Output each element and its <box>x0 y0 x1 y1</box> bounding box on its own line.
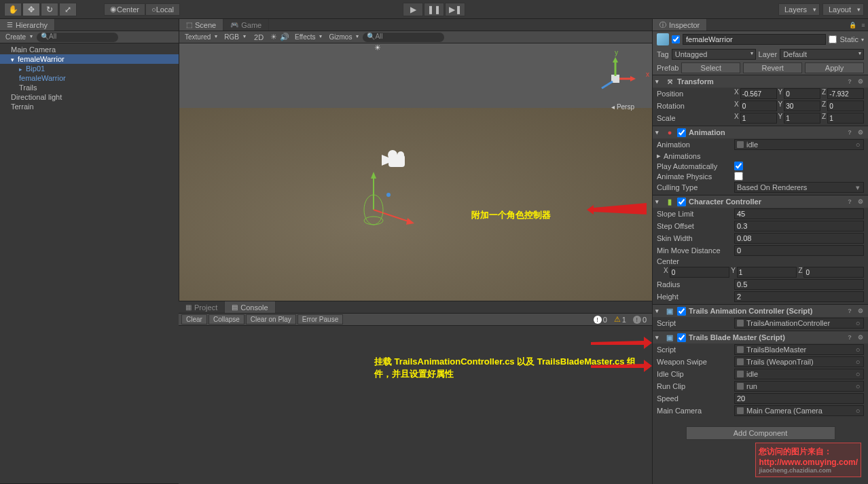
lock-icon[interactable]: 🔒 <box>848 20 857 30</box>
scene-search[interactable]: 🔍All <box>363 33 444 42</box>
project-tab[interactable]: ▦Project <box>179 301 225 313</box>
anim-physics-checkbox[interactable] <box>734 172 743 181</box>
hierarchy-tab[interactable]: ☰Hierarchy <box>0 19 55 31</box>
scl-z[interactable]: 1 <box>827 113 864 124</box>
gear-icon[interactable]: ⚙ <box>856 128 865 137</box>
tbm-enabled[interactable] <box>677 333 686 342</box>
create-dropdown[interactable]: Create <box>3 33 34 41</box>
scl-y[interactable]: 1 <box>784 113 820 124</box>
minmove-field[interactable]: 0 <box>734 245 864 256</box>
gear-icon[interactable]: ⚙ <box>856 77 865 86</box>
fold-icon[interactable]: ▸ <box>657 151 661 160</box>
play-button[interactable]: ▶ <box>403 3 423 16</box>
hierarchy-item[interactable]: Directional light <box>0 92 179 102</box>
anim-field[interactable]: idle○ <box>734 139 864 150</box>
hand-tool[interactable]: ✋ <box>4 3 22 16</box>
info-count[interactable]: !0 <box>591 315 610 324</box>
cc-enabled[interactable] <box>677 198 686 206</box>
skin-field[interactable]: 0.08 <box>734 233 864 244</box>
move-tool[interactable]: ✥ <box>22 3 40 16</box>
scl-x[interactable]: 1 <box>740 113 777 124</box>
pos-y[interactable]: 0 <box>784 88 820 99</box>
gizmos-dropdown[interactable]: Gizmos <box>326 33 360 41</box>
inspector-tab[interactable]: ⓘInspector <box>653 19 707 31</box>
script-field[interactable]: TrailsBladeMaster○ <box>734 344 864 355</box>
fold-icon[interactable]: ▾ <box>655 308 662 314</box>
step-button[interactable]: ▶❚ <box>445 3 465 16</box>
layout-dropdown[interactable]: Layout <box>822 3 864 16</box>
object-name-field[interactable] <box>683 34 826 45</box>
light-toggle[interactable]: ☀ <box>270 33 277 41</box>
space-toggle[interactable]: ○ Local <box>145 3 180 16</box>
layers-dropdown[interactable]: Layers <box>778 3 820 16</box>
clear-button[interactable]: Clear <box>181 314 207 324</box>
radius-field[interactable]: 0.5 <box>734 279 864 290</box>
run-field[interactable]: run○ <box>734 381 864 392</box>
active-checkbox[interactable] <box>672 35 680 43</box>
hierarchy-item[interactable]: ▸Bip01 <box>0 64 179 73</box>
center-z[interactable]: 0 <box>803 267 864 278</box>
pivot-toggle[interactable]: ◉ Center <box>104 3 145 16</box>
hierarchy-item[interactable]: Trails <box>0 83 179 92</box>
effects-dropdown[interactable]: Effects <box>292 33 323 41</box>
fold-icon[interactable]: ▾ <box>655 198 662 205</box>
collapse-button[interactable]: Collapse <box>209 314 245 324</box>
gear-icon[interactable]: ⚙ <box>856 333 865 342</box>
gear-icon[interactable]: ⚙ <box>856 306 865 316</box>
weapon-field[interactable]: Trails (WeaponTrail)○ <box>734 356 864 367</box>
gear-icon[interactable]: ⚙ <box>856 197 865 206</box>
console-tab[interactable]: ▤Console <box>225 301 275 313</box>
gameobject-icon[interactable] <box>657 33 669 45</box>
camera-field[interactable]: Main Camera (Camera○ <box>734 405 864 416</box>
anim-enabled[interactable] <box>677 128 686 137</box>
rotate-tool[interactable]: ↻ <box>41 3 58 16</box>
center-x[interactable]: 0 <box>670 267 730 278</box>
pos-z[interactable]: -7.932 <box>827 88 864 99</box>
scene-tab[interactable]: ⬚Scene <box>179 19 223 31</box>
hierarchy-item[interactable]: Terrain <box>0 102 179 111</box>
render-mode[interactable]: RGB <box>221 33 247 41</box>
hierarchy-search[interactable]: 🔍All <box>37 33 118 42</box>
help-icon[interactable]: ? <box>845 128 854 137</box>
2d-toggle[interactable]: 2D <box>250 33 268 41</box>
clear-on-play-button[interactable]: Clear on Play <box>246 314 296 324</box>
transform-gizmo[interactable] <box>363 169 417 237</box>
height-field[interactable]: 2 <box>734 291 864 302</box>
warn-count[interactable]: ⚠1 <box>611 314 629 324</box>
scene-view[interactable]: ◂ Persp y x ☀ <box>179 43 652 301</box>
rot-y[interactable]: 30 <box>784 100 820 111</box>
hierarchy-item[interactable]: femaleWarrior <box>0 73 179 83</box>
menu-icon[interactable]: ≡ <box>858 20 868 30</box>
center-y[interactable]: 1 <box>737 267 797 278</box>
game-tab[interactable]: 🎮Game <box>223 19 269 31</box>
help-icon[interactable]: ? <box>845 333 854 342</box>
draw-mode[interactable]: Textured <box>182 33 219 41</box>
static-checkbox[interactable] <box>829 35 837 43</box>
scale-tool[interactable]: ⤢ <box>59 3 77 16</box>
rot-x[interactable]: 0 <box>740 100 777 111</box>
step-field[interactable]: 0.3 <box>734 221 864 231</box>
error-pause-button[interactable]: Error Pause <box>297 314 343 324</box>
select-button[interactable]: Select <box>681 62 740 73</box>
play-auto-checkbox[interactable] <box>734 162 743 170</box>
tag-dropdown[interactable]: Untagged <box>672 49 756 60</box>
hierarchy-item[interactable]: ▾femaleWarrior <box>0 54 179 64</box>
culling-dropdown[interactable]: Based On Renderers▾ <box>734 182 864 193</box>
help-icon[interactable]: ? <box>845 306 854 316</box>
add-component-button[interactable]: Add Component <box>686 426 835 440</box>
fold-icon[interactable]: ▾ <box>655 334 662 341</box>
revert-button[interactable]: Revert <box>743 62 802 73</box>
rot-z[interactable]: 0 <box>827 100 864 111</box>
orientation-gizmo[interactable] <box>591 54 638 102</box>
help-icon[interactable]: ? <box>845 197 854 206</box>
script-field[interactable]: TrailsAnimationController○ <box>734 318 864 329</box>
slope-field[interactable]: 45 <box>734 208 864 219</box>
fold-icon[interactable]: ▾ <box>655 78 662 85</box>
speed-field[interactable]: 20 <box>734 393 864 404</box>
pos-x[interactable]: -0.567 <box>740 88 777 99</box>
tac-enabled[interactable] <box>677 307 686 316</box>
idle-field[interactable]: idle○ <box>734 369 864 379</box>
apply-button[interactable]: Apply <box>805 62 864 73</box>
pause-button[interactable]: ❚❚ <box>424 3 444 16</box>
fold-icon[interactable]: ▾ <box>655 129 662 136</box>
